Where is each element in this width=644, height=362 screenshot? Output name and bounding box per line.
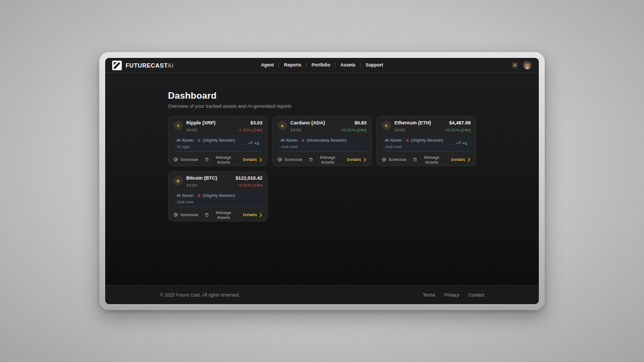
copyright-text: © 2025 Future Cast. All rights reserved. — [160, 292, 240, 298]
footer-link-contact[interactable]: Contact — [469, 292, 484, 298]
theme-toggle-button[interactable] — [512, 62, 518, 68]
ai-score-sentiment: (Slightly Bearish) — [411, 138, 443, 143]
asset-symbol-icon: E — [382, 121, 391, 130]
ai-score-label: AI Score: — [385, 138, 402, 143]
nav-item-agent[interactable]: Agent — [256, 63, 279, 68]
schedule-label: Schedule — [180, 212, 198, 217]
nav-item-reports[interactable]: Reports — [279, 63, 306, 68]
app-footer: © 2025 Future Cast. All rights reserved.… — [105, 285, 539, 304]
schedule-button[interactable]: Schedule — [173, 212, 198, 217]
asset-change: +0.01% (24h) — [341, 128, 367, 132]
ai-score-value: -3 — [196, 138, 200, 143]
card-actions: Schedule Manage Assets Details — [173, 206, 262, 220]
gear-icon — [173, 212, 178, 217]
details-button[interactable]: Details — [347, 157, 367, 162]
ai-updated-time: 1h ago — [177, 144, 235, 149]
ai-score-label: AI Score: — [177, 138, 194, 143]
trend-value: +2 — [254, 141, 259, 146]
asset-name: Ripple (XRP) — [186, 121, 216, 126]
manage-assets-button[interactable]: Manage Assets — [309, 155, 340, 165]
app-screen: FUTURECASTAI Agent Reports Portfolio Ass… — [105, 58, 539, 304]
card-actions: Schedule Manage Assets Details — [173, 151, 262, 165]
trending-up-icon — [247, 141, 253, 145]
trash-icon — [205, 157, 209, 162]
asset-time: 10:00 — [394, 128, 431, 132]
asset-time: 09:00 — [186, 128, 216, 132]
futurecast-logo-icon — [112, 61, 122, 70]
ai-score-sentiment: (Slightly Bearish) — [203, 138, 235, 143]
schedule-label: Schedule — [180, 157, 198, 162]
asset-card-bitcoin: B Bitcoin (BTC) 10:00 $122,015.42 -0.01%… — [168, 171, 268, 221]
trend-badge: +1 — [455, 141, 467, 146]
schedule-button[interactable]: Schedule — [382, 157, 406, 162]
ai-updated-time: Just now — [281, 144, 347, 149]
device-frame: FUTURECASTAI Agent Reports Portfolio Ass… — [99, 52, 545, 310]
chevron-right-icon — [363, 158, 367, 162]
page-subtitle: Overview of your tracked assets and AI-g… — [168, 104, 476, 109]
asset-time: 10:00 — [290, 128, 325, 132]
ai-score-value: -3 — [196, 193, 200, 198]
footer-links: Terms Privacy Contact — [423, 292, 484, 298]
brand-name: FUTURECASTAI — [126, 62, 174, 69]
ai-updated-time: Just now — [177, 200, 235, 204]
asset-symbol-icon: X — [173, 121, 183, 130]
asset-price: $0.83 — [341, 121, 367, 126]
gear-icon — [173, 157, 178, 162]
main-content: Dashboard Overview of your tracked asset… — [105, 73, 539, 285]
trash-icon — [413, 157, 417, 162]
chevron-right-icon — [259, 213, 262, 217]
details-button[interactable]: Details — [451, 157, 471, 162]
schedule-label: Schedule — [284, 157, 302, 162]
trending-up-icon — [455, 141, 461, 145]
asset-change: -1.93% (24h) — [238, 128, 262, 132]
schedule-button[interactable]: Schedule — [173, 157, 198, 162]
nav-item-assets[interactable]: Assets — [335, 63, 360, 68]
schedule-button[interactable]: Schedule — [277, 157, 302, 162]
gear-icon — [277, 157, 282, 162]
main-nav: Agent Reports Portfolio Assets Support — [256, 63, 388, 68]
asset-time: 10:00 — [186, 183, 217, 188]
footer-link-privacy[interactable]: Privacy — [444, 292, 459, 298]
asset-symbol-icon: A — [277, 121, 287, 130]
trend-badge: +2 — [247, 141, 259, 146]
brand-logo: FUTURECASTAI — [112, 61, 256, 70]
top-navbar: FUTURECASTAI Agent Reports Portfolio Ass… — [105, 58, 539, 73]
card-actions: Schedule Manage Assets Details — [277, 151, 367, 165]
manage-assets-label: Manage Assets — [419, 155, 444, 165]
details-label: Details — [243, 212, 257, 217]
footer-link-terms[interactable]: Terms — [423, 292, 435, 298]
nav-item-support[interactable]: Support — [361, 63, 388, 68]
ai-score-strip: AI Score: -4 (Slightly Bearish) Just now — [382, 136, 471, 151]
manage-assets-button[interactable]: Manage Assets — [205, 210, 236, 220]
manage-assets-button[interactable]: Manage Assets — [413, 155, 444, 165]
chevron-right-icon — [467, 158, 471, 162]
topbar-actions — [388, 61, 532, 70]
asset-price: $4,487.99 — [445, 121, 471, 126]
nav-item-portfolio[interactable]: Portfolio — [306, 63, 335, 68]
ai-score-strip: AI Score: -3 (Slightly Bearish) 1h ago — [173, 136, 262, 151]
page-title: Dashboard — [168, 91, 476, 101]
details-button[interactable]: Details — [243, 212, 262, 217]
manage-assets-label: Manage Assets — [211, 155, 236, 165]
trend-value: +1 — [463, 141, 467, 146]
ai-updated-time: Just now — [385, 144, 443, 149]
asset-name: Ethereum (ETH) — [394, 121, 431, 126]
chevron-right-icon — [259, 158, 262, 162]
ai-score-strip: AI Score: -6 (Moderately Bearish) Just n… — [277, 136, 367, 151]
asset-name: Bitcoin (BTC) — [186, 176, 217, 181]
ai-score-value: -4 — [405, 138, 408, 143]
trash-icon — [205, 212, 209, 217]
asset-change: -0.01% (24h) — [236, 183, 262, 188]
avatar-image — [523, 61, 531, 69]
user-avatar[interactable] — [523, 61, 532, 70]
manage-assets-label: Manage Assets — [211, 210, 236, 220]
ai-score-sentiment: (Moderately Bearish) — [307, 138, 347, 143]
manage-assets-button[interactable]: Manage Assets — [205, 155, 236, 165]
sun-icon — [512, 62, 518, 68]
asset-price: $122,015.42 — [236, 176, 262, 181]
asset-card-cardano: A Cardano (ADA) 10:00 $0.83 +0.01% (24h) — [272, 116, 372, 166]
ai-score-label: AI Score: — [177, 193, 194, 198]
details-button[interactable]: Details — [243, 157, 262, 162]
ai-score-sentiment: (Slightly Bearish) — [203, 193, 235, 198]
asset-name: Cardano (ADA) — [290, 121, 325, 126]
